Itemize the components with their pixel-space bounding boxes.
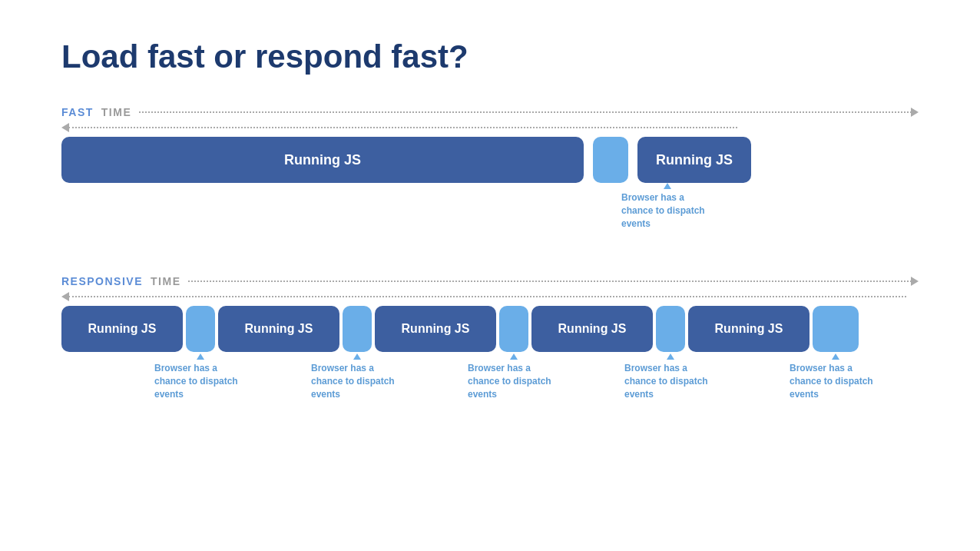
resp-ann-text-1: Browser has a chance to dispatch events <box>154 362 247 400</box>
resp-js-block-4: Running JS <box>531 306 653 352</box>
slide: Load fast or respond fast? FAST TIME Run… <box>0 0 980 551</box>
resp-js-block-2: Running JS <box>218 306 339 352</box>
fast-running-js-block-1: Running JS <box>61 137 584 183</box>
fast-annotation-arrow <box>664 183 671 189</box>
resp-label-row: RESPONSIVE TIME <box>61 275 919 287</box>
resp-js-block-1: Running JS <box>61 306 183 352</box>
resp-left-line <box>68 296 906 297</box>
resp-ann-arrow-5 <box>832 354 839 360</box>
fast-section: FAST TIME Running JS Running JS <box>61 106 919 252</box>
fast-time-label: TIME <box>101 106 131 118</box>
resp-blocks-row: Running JS Running JS Running JS Running… <box>61 306 919 352</box>
fast-gap-block <box>593 137 628 183</box>
resp-ann-2: Browser has a chance to dispatch events <box>343 354 372 400</box>
resp-ann-1: Browser has a chance to dispatch events <box>186 354 215 400</box>
fast-running-js-block-2: Running JS <box>637 137 751 183</box>
resp-gap-1 <box>186 306 215 352</box>
resp-annotations-row: Browser has a chance to dispatch events … <box>61 354 919 400</box>
fast-annotation-area: Browser has a chance to dispatch events <box>61 183 737 252</box>
resp-arrow-head <box>911 277 919 286</box>
resp-gap-4 <box>656 306 685 352</box>
resp-ann-3: Browser has a chance to dispatch events <box>499 354 528 400</box>
resp-ann-arrow-4 <box>667 354 674 360</box>
resp-gap-end <box>813 306 859 352</box>
resp-dotted-line <box>188 280 912 282</box>
resp-ann-arrow-2 <box>353 354 361 360</box>
responsive-section: RESPONSIVE TIME Running JS Running JS <box>61 275 919 400</box>
fast-annotation: Browser has a chance to dispatch events <box>621 183 713 230</box>
resp-label: RESPONSIVE <box>61 275 143 287</box>
fast-left-line <box>68 127 737 128</box>
resp-ann-5: Browser has a chance to dispatch events <box>813 354 859 400</box>
resp-gap-2 <box>343 306 372 352</box>
page-title: Load fast or respond fast? <box>61 38 919 75</box>
resp-ann-arrow-3 <box>510 354 518 360</box>
resp-js-block-5: Running JS <box>688 306 809 352</box>
resp-ann-text-2: Browser has a chance to dispatch events <box>311 362 403 400</box>
resp-ann-text-5: Browser has a chance to dispatch events <box>790 362 882 400</box>
resp-ann-arrow-1 <box>197 354 204 360</box>
fast-time-arrow <box>139 108 919 117</box>
fast-blocks-row: Running JS Running JS <box>61 137 919 183</box>
resp-js-block-3: Running JS <box>375 306 496 352</box>
fast-arrow-head <box>911 108 919 117</box>
resp-ann-4: Browser has a chance to dispatch events <box>656 354 685 400</box>
resp-gap-3 <box>499 306 528 352</box>
resp-ann-text-3: Browser has a chance to dispatch events <box>468 362 560 400</box>
fast-dotted-line <box>139 111 912 113</box>
resp-ann-text-4: Browser has a chance to dispatch events <box>624 362 717 400</box>
fast-annotation-text: Browser has a chance to dispatch events <box>621 191 713 230</box>
fast-label-row: FAST TIME <box>61 106 919 118</box>
fast-label: FAST <box>61 106 94 118</box>
resp-time-arrow <box>188 277 919 286</box>
resp-time-label: TIME <box>151 275 180 287</box>
